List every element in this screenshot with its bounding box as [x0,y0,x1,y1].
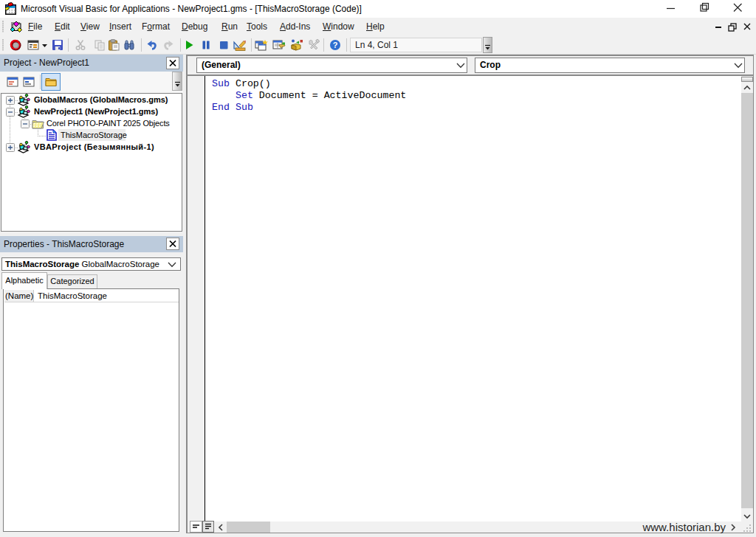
svg-text:?: ? [333,41,338,49]
